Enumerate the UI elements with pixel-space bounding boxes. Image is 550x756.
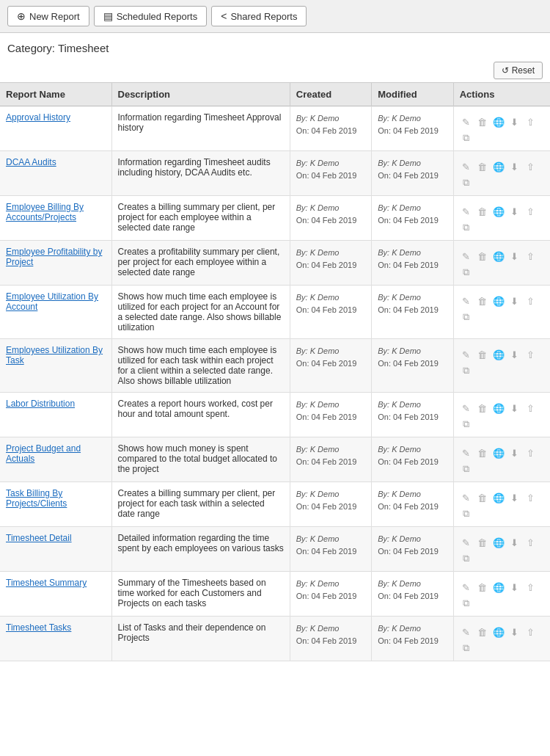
edit-icon[interactable]: ✎ (460, 250, 473, 263)
report-name-link[interactable]: DCAA Audits (6, 157, 56, 167)
copy-icon[interactable]: ⧉ (460, 364, 473, 377)
globe-icon[interactable]: 🌐 (492, 294, 505, 308)
share-icon[interactable]: ⇧ (524, 581, 538, 594)
delete-icon[interactable]: 🗑 (476, 446, 489, 459)
globe-icon[interactable]: 🌐 (492, 115, 505, 128)
table-row: Task Billing By Projects/ClientsCreates … (0, 482, 550, 527)
share-icon[interactable]: ⇧ (524, 536, 538, 549)
share-icon: < (221, 10, 227, 22)
report-name-link[interactable]: Employee Billing By Accounts/Projects (6, 202, 84, 222)
table-row: Timesheet TasksList of Tasks and their d… (0, 617, 550, 661)
share-icon[interactable]: ⇧ (524, 294, 538, 308)
copy-icon[interactable]: ⧉ (460, 176, 473, 189)
globe-icon[interactable]: 🌐 (492, 625, 505, 639)
download-icon[interactable]: ⬇ (508, 205, 521, 218)
report-name-link[interactable]: Employee Profitability by Project (6, 247, 102, 267)
scheduled-reports-button[interactable]: ▤ Scheduled Reports (94, 6, 208, 26)
download-icon[interactable]: ⬇ (508, 581, 521, 594)
report-desc-cell: Creates a billing summary per client, pe… (111, 482, 290, 527)
delete-icon[interactable]: 🗑 (476, 625, 489, 639)
edit-icon[interactable]: ✎ (460, 581, 473, 594)
edit-icon[interactable]: ✎ (460, 625, 473, 639)
copy-icon[interactable]: ⧉ (460, 418, 473, 431)
globe-icon[interactable]: 🌐 (492, 160, 505, 173)
share-icon[interactable]: ⇧ (524, 205, 538, 218)
report-name-link[interactable]: Labor Distribution (6, 399, 75, 409)
report-name-link[interactable]: Timesheet Tasks (6, 622, 71, 633)
download-icon[interactable]: ⬇ (508, 115, 521, 128)
download-icon[interactable]: ⬇ (508, 491, 521, 504)
edit-icon[interactable]: ✎ (460, 115, 473, 128)
report-created-cell: By: K DemoOn: 04 Feb 2019 (290, 196, 371, 241)
report-name-link[interactable]: Project Budget and Actuals (6, 443, 81, 464)
copy-icon[interactable]: ⧉ (460, 552, 473, 565)
share-icon[interactable]: ⇧ (524, 250, 538, 263)
share-icon[interactable]: ⇧ (524, 160, 538, 173)
globe-icon[interactable]: 🌐 (492, 446, 505, 459)
copy-icon[interactable]: ⧉ (460, 266, 473, 279)
report-desc-cell: Creates a profitability summary per clie… (111, 241, 290, 286)
download-icon[interactable]: ⬇ (508, 250, 521, 263)
report-name-link[interactable]: Employees Utilization By Task (6, 345, 103, 366)
share-icon[interactable]: ⇧ (524, 625, 538, 639)
globe-icon[interactable]: 🌐 (492, 536, 505, 549)
delete-icon[interactable]: 🗑 (476, 536, 489, 549)
globe-icon[interactable]: 🌐 (492, 205, 505, 218)
download-icon[interactable]: ⬇ (508, 446, 521, 459)
report-actions-cell: ✎🗑🌐⬇⇧⧉ (453, 106, 550, 151)
delete-icon[interactable]: 🗑 (476, 160, 489, 173)
delete-icon[interactable]: 🗑 (476, 250, 489, 263)
share-icon[interactable]: ⇧ (524, 401, 538, 415)
report-name-link[interactable]: Employee Utilization By Account (6, 291, 98, 312)
report-actions-cell: ✎🗑🌐⬇⇧⧉ (453, 393, 550, 437)
report-name-link[interactable]: Timesheet Detail (6, 533, 72, 543)
reset-button[interactable]: ↺ Reset (494, 62, 543, 79)
delete-icon[interactable]: 🗑 (476, 401, 489, 415)
edit-icon[interactable]: ✎ (460, 401, 473, 415)
delete-icon[interactable]: 🗑 (476, 348, 489, 361)
copy-icon[interactable]: ⧉ (460, 221, 473, 234)
calendar-icon: ▤ (103, 10, 113, 22)
download-icon[interactable]: ⬇ (508, 625, 521, 639)
globe-icon[interactable]: 🌐 (492, 348, 505, 361)
copy-icon[interactable]: ⧉ (460, 131, 473, 145)
globe-icon[interactable]: 🌐 (492, 401, 505, 415)
download-icon[interactable]: ⬇ (508, 160, 521, 173)
download-icon[interactable]: ⬇ (508, 401, 521, 415)
report-name-link[interactable]: Timesheet Summary (6, 578, 87, 588)
shared-reports-label: Shared Reports (230, 11, 297, 22)
report-created-cell: By: K DemoOn: 04 Feb 2019 (290, 482, 371, 527)
share-icon[interactable]: ⇧ (524, 348, 538, 361)
copy-icon[interactable]: ⧉ (460, 641, 473, 655)
report-name-link[interactable]: Task Billing By Projects/Clients (6, 488, 67, 509)
copy-icon[interactable]: ⧉ (460, 462, 473, 476)
edit-icon[interactable]: ✎ (460, 536, 473, 549)
edit-icon[interactable]: ✎ (460, 205, 473, 218)
globe-icon[interactable]: 🌐 (492, 581, 505, 594)
copy-icon[interactable]: ⧉ (460, 597, 473, 610)
edit-icon[interactable]: ✎ (460, 348, 473, 361)
share-icon[interactable]: ⇧ (524, 446, 538, 459)
delete-icon[interactable]: 🗑 (476, 581, 489, 594)
edit-icon[interactable]: ✎ (460, 160, 473, 173)
new-report-button[interactable]: ⊕ New Report (7, 6, 89, 26)
delete-icon[interactable]: 🗑 (476, 115, 489, 128)
share-icon[interactable]: ⇧ (524, 115, 538, 128)
copy-icon[interactable]: ⧉ (460, 310, 473, 324)
edit-icon[interactable]: ✎ (460, 294, 473, 308)
shared-reports-button[interactable]: < Shared Reports (211, 6, 307, 26)
download-icon[interactable]: ⬇ (508, 536, 521, 549)
globe-icon[interactable]: 🌐 (492, 250, 505, 263)
delete-icon[interactable]: 🗑 (476, 205, 489, 218)
copy-icon[interactable]: ⧉ (460, 507, 473, 520)
edit-icon[interactable]: ✎ (460, 446, 473, 459)
share-icon[interactable]: ⇧ (524, 491, 538, 504)
report-name-link[interactable]: Approval History (6, 112, 70, 123)
download-icon[interactable]: ⬇ (508, 294, 521, 308)
globe-icon[interactable]: 🌐 (492, 491, 505, 504)
delete-icon[interactable]: 🗑 (476, 491, 489, 504)
delete-icon[interactable]: 🗑 (476, 294, 489, 308)
category-label: Category: Timesheet (7, 42, 109, 54)
download-icon[interactable]: ⬇ (508, 348, 521, 361)
edit-icon[interactable]: ✎ (460, 491, 473, 504)
